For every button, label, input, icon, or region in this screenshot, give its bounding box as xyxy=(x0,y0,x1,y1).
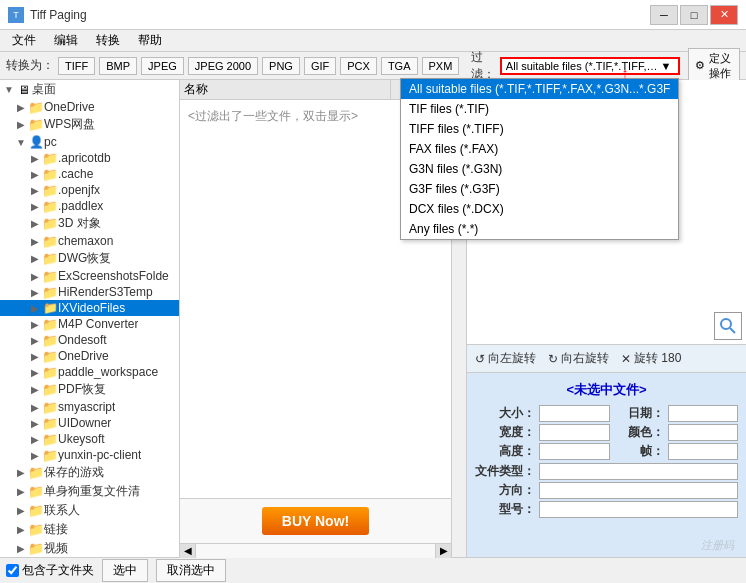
scroll-left-btn[interactable]: ◀ xyxy=(180,544,196,558)
folder-icon: 📁 xyxy=(28,100,44,114)
tree-item-3d[interactable]: ▶ 📁 3D 对象 xyxy=(0,214,179,233)
format-jpeg[interactable]: JPEG xyxy=(141,57,184,75)
tree-item-singledog[interactable]: ▶ 📁 单身狗重复文件清 xyxy=(0,482,179,501)
filter-dropdown[interactable]: All suitable files (*.TIF,*.TIFF,*.FAX,*… xyxy=(500,57,680,75)
tree-label: OneDrive xyxy=(58,349,109,363)
tree-item-onedrive[interactable]: ▶ 📁 OneDrive xyxy=(0,99,179,115)
tree-item-wps[interactable]: ▶ 📁 WPS网盘 xyxy=(0,115,179,134)
tree-item-pc[interactable]: ▼ 👤 pc xyxy=(0,134,179,150)
tree-label: yunxin-pc-client xyxy=(58,448,141,462)
tree-item-smyascript[interactable]: ▶ 📁 smyascript xyxy=(0,399,179,415)
include-subfolders-checkbox[interactable]: 包含子文件夹 xyxy=(6,562,94,579)
maximize-button[interactable]: □ xyxy=(680,5,708,25)
tree-item-paddlex[interactable]: ▶ 📁 .paddlex xyxy=(0,198,179,214)
expand-icon: ▶ xyxy=(28,153,42,164)
filter-hint: <过滤出了一些文件，双击显示> xyxy=(184,104,362,129)
subfolders-checkbox-input[interactable] xyxy=(6,564,19,577)
svg-point-0 xyxy=(721,319,731,329)
scroll-right-btn[interactable]: ▶ xyxy=(435,544,451,558)
dropdown-item-0[interactable]: All suitable files (*.TIF,*.TIFF,*.FAX,*… xyxy=(401,79,678,99)
tree-label: 桌面 xyxy=(32,81,56,98)
folder-icon: 📁 xyxy=(42,269,58,283)
tree-item-hirender[interactable]: ▶ 📁 HiRenderS3Temp xyxy=(0,284,179,300)
folder-icon: 📁 xyxy=(42,183,58,197)
tree-label: paddle_workspace xyxy=(58,365,158,379)
select-button[interactable]: 选中 xyxy=(102,559,148,582)
tree-item-ixvideofiles[interactable]: ▶ 📁 IXVideoFiles xyxy=(0,300,179,316)
tree-item-uidowner[interactable]: ▶ 📁 UIDowner xyxy=(0,415,179,431)
tree-item-links[interactable]: ▶ 📁 链接 xyxy=(0,520,179,539)
tree-item-desktop[interactable]: ▼ 🖥 桌面 xyxy=(0,80,179,99)
tree-item-exscreenshots[interactable]: ▶ 📁 ExScreenshotsFolde xyxy=(0,268,179,284)
color-value xyxy=(668,424,739,441)
folder-icon: 📁 xyxy=(42,400,58,414)
tree-item-contacts[interactable]: ▶ 📁 联系人 xyxy=(0,501,179,520)
filetype-value xyxy=(539,463,738,480)
format-png[interactable]: PNG xyxy=(262,57,300,75)
expand-icon: ▼ xyxy=(2,84,16,95)
expand-icon: ▶ xyxy=(28,402,42,413)
tree-item-dwg[interactable]: ▶ 📁 DWG恢复 xyxy=(0,249,179,268)
tree-item-pdf[interactable]: ▶ 📁 PDF恢复 xyxy=(0,380,179,399)
format-jpeg2000[interactable]: JPEG 2000 xyxy=(188,57,258,75)
expand-icon: ▶ xyxy=(28,367,42,378)
format-pcx[interactable]: PCX xyxy=(340,57,377,75)
title-bar: T Tiff Paging ─ □ ✕ xyxy=(0,0,746,30)
buy-now-button[interactable]: BUY Now! xyxy=(262,507,369,535)
dropdown-item-7[interactable]: Any files (*.*) xyxy=(401,219,678,239)
menu-edit[interactable]: 编辑 xyxy=(46,30,86,51)
tree-item-savesgames[interactable]: ▶ 📁 保存的游戏 xyxy=(0,463,179,482)
folder-icon: 📁 xyxy=(28,485,44,499)
format-tga[interactable]: TGA xyxy=(381,57,418,75)
custom-op-button[interactable]: ⚙ 定义操作 xyxy=(688,48,740,84)
tree-item-openjfx[interactable]: ▶ 📁 .openjfx xyxy=(0,182,179,198)
format-gif[interactable]: GIF xyxy=(304,57,336,75)
folder-icon: 📁 xyxy=(28,118,44,132)
tree-item-yunxin[interactable]: ▶ 📁 yunxin-pc-client xyxy=(0,447,179,463)
expand-icon: ▶ xyxy=(28,335,42,346)
menu-file[interactable]: 文件 xyxy=(4,30,44,51)
dropdown-item-3[interactable]: FAX files (*.FAX) xyxy=(401,139,678,159)
tree-item-ondesoft[interactable]: ▶ 📁 Ondesoft xyxy=(0,332,179,348)
expand-icon: ▶ xyxy=(14,505,28,516)
dropdown-item-5[interactable]: G3F files (*.G3F) xyxy=(401,179,678,199)
tree-item-m4p[interactable]: ▶ 📁 M4P Converter xyxy=(0,316,179,332)
tree-item-paddle[interactable]: ▶ 📁 paddle_workspace xyxy=(0,364,179,380)
format-tiff[interactable]: TIFF xyxy=(58,57,95,75)
height-label: 高度： xyxy=(475,443,535,460)
frame-label: 帧： xyxy=(614,443,664,460)
preview-search-button[interactable] xyxy=(714,312,742,340)
menu-convert[interactable]: 转换 xyxy=(88,30,128,51)
filter-dropdown-menu: ↑ All suitable files (*.TIF,*.TIFF,*.FAX… xyxy=(400,78,679,240)
tree-item-chemaxon[interactable]: ▶ 📁 chemaxon xyxy=(0,233,179,249)
tree-item-apricotdb[interactable]: ▶ 📁 .apricotdb xyxy=(0,150,179,166)
rotate-right-button[interactable]: ↻ 向右旋转 xyxy=(548,350,609,367)
close-button[interactable]: ✕ xyxy=(710,5,738,25)
tree-label: M4P Converter xyxy=(58,317,138,331)
dropdown-item-6[interactable]: DCX files (*.DCX) xyxy=(401,199,678,219)
deselect-button[interactable]: 取消选中 xyxy=(156,559,226,582)
date-label: 日期： xyxy=(614,405,664,422)
dropdown-item-1[interactable]: TIF files (*.TIF) xyxy=(401,99,678,119)
rotate-right-icon: ↻ xyxy=(548,352,558,366)
tree-item-videos[interactable]: ▶ 📁 视频 xyxy=(0,539,179,557)
file-tree-scroll[interactable]: ▼ 🖥 桌面 ▶ 📁 OneDrive ▶ 📁 WPS网盘 xyxy=(0,80,179,557)
rotate-left-button[interactable]: ↺ 向左旋转 xyxy=(475,350,536,367)
dropdown-item-2[interactable]: TIFF files (*.TIFF) xyxy=(401,119,678,139)
computer-icon: 👤 xyxy=(28,135,44,149)
dropdown-item-4[interactable]: G3N files (*.G3N) xyxy=(401,159,678,179)
format-pxm[interactable]: PXM xyxy=(422,57,460,75)
folder-icon: 📁 xyxy=(42,416,58,430)
folder-icon: 📁 xyxy=(42,252,58,266)
tree-label: 链接 xyxy=(44,521,68,538)
minimize-button[interactable]: ─ xyxy=(650,5,678,25)
menu-help[interactable]: 帮助 xyxy=(130,30,170,51)
gear-icon: ⚙ xyxy=(695,59,705,72)
expand-icon: ▶ xyxy=(28,185,42,196)
format-bmp[interactable]: BMP xyxy=(99,57,137,75)
rotate-180-button[interactable]: ✕ 旋转 180 xyxy=(621,350,681,367)
filetype-label: 文件类型： xyxy=(475,463,535,480)
tree-item-onedrive2[interactable]: ▶ 📁 OneDrive xyxy=(0,348,179,364)
tree-item-ukeysoft[interactable]: ▶ 📁 Ukeysoft xyxy=(0,431,179,447)
tree-item-cache[interactable]: ▶ 📁 .cache xyxy=(0,166,179,182)
